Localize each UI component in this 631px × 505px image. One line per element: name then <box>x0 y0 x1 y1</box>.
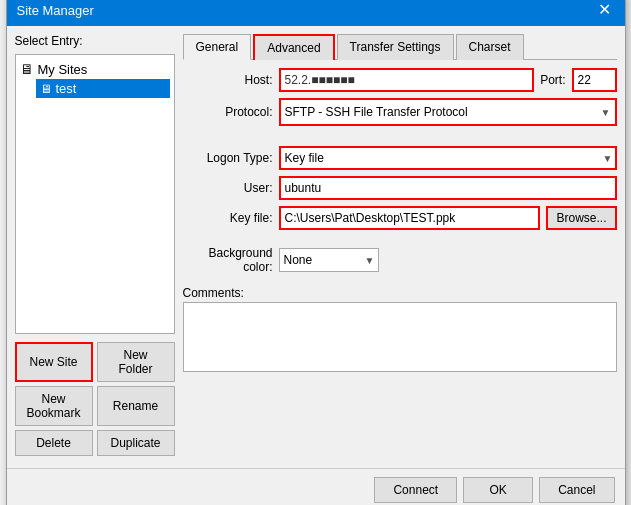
port-label: Port: <box>540 73 565 87</box>
host-row: Host: Port: <box>183 68 617 92</box>
protocol-select[interactable]: SFTP - SSH File Transfer Protocol <box>281 100 615 124</box>
key-file-label: Key file: <box>183 211 273 225</box>
new-folder-button[interactable]: New Folder <box>97 342 175 382</box>
bg-color-label: Background color: <box>183 246 273 274</box>
tab-charset[interactable]: Charset <box>456 34 524 60</box>
ok-button[interactable]: OK <box>463 477 533 503</box>
protocol-label: Protocol: <box>183 105 273 119</box>
duplicate-button[interactable]: Duplicate <box>97 430 175 456</box>
tree-child-label: test <box>56 81 77 96</box>
tree-child-item[interactable]: 🖥 test <box>36 79 170 98</box>
tab-advanced[interactable]: Advanced <box>253 34 334 60</box>
logon-type-select[interactable]: Key file <box>279 146 617 170</box>
comments-section: Comments: <box>183 280 617 375</box>
user-label: User: <box>183 181 273 195</box>
tree-root-item[interactable]: 🖥 My Sites <box>20 59 170 79</box>
spacer <box>183 132 617 140</box>
protocol-select-wrapper: SFTP - SSH File Transfer Protocol <box>279 98 617 126</box>
browse-button[interactable]: Browse... <box>546 206 616 230</box>
cancel-button[interactable]: Cancel <box>539 477 614 503</box>
tree-area: 🖥 My Sites 🖥 test <box>15 54 175 334</box>
user-input[interactable] <box>279 176 617 200</box>
logon-type-select-wrapper: Key file <box>279 146 617 170</box>
tab-transfer-settings[interactable]: Transfer Settings <box>337 34 454 60</box>
protocol-row: Protocol: SFTP - SSH File Transfer Proto… <box>183 98 617 126</box>
select-entry-label: Select Entry: <box>15 34 175 48</box>
form-area: Host: Port: Protocol: SFTP - SSH File Tr… <box>183 68 617 375</box>
site-manager-dialog: Site Manager ✕ Select Entry: 🖥 My Sites … <box>6 0 626 505</box>
tab-general[interactable]: General <box>183 34 252 60</box>
site-icon: 🖥 <box>40 82 52 96</box>
dialog-footer: Connect OK Cancel <box>7 468 625 505</box>
logon-type-row: Logon Type: Key file <box>183 146 617 170</box>
bottom-buttons: New Site New Folder New Bookmark Rename … <box>15 342 175 456</box>
rename-button[interactable]: Rename <box>97 386 175 426</box>
connect-button[interactable]: Connect <box>374 477 457 503</box>
bg-color-select-wrapper: None <box>279 248 379 272</box>
tree-root-label: My Sites <box>38 62 88 77</box>
title-bar: Site Manager ✕ <box>7 0 625 26</box>
comments-label: Comments: <box>183 286 617 300</box>
comments-textarea[interactable] <box>183 302 617 372</box>
left-panel: Select Entry: 🖥 My Sites 🖥 test New Site… <box>15 34 175 456</box>
dialog-title: Site Manager <box>17 3 94 18</box>
bg-color-row: Background color: None <box>183 246 617 274</box>
user-row: User: <box>183 176 617 200</box>
new-bookmark-button[interactable]: New Bookmark <box>15 386 93 426</box>
key-file-input[interactable] <box>279 206 541 230</box>
key-file-row: Key file: Browse... <box>183 206 617 230</box>
logon-type-label: Logon Type: <box>183 151 273 165</box>
dialog-body: Select Entry: 🖥 My Sites 🖥 test New Site… <box>7 26 625 464</box>
right-panel: General Advanced Transfer Settings Chars… <box>183 34 617 456</box>
host-input[interactable] <box>279 68 535 92</box>
bg-color-select[interactable]: None <box>279 248 379 272</box>
folder-icon: 🖥 <box>20 61 34 77</box>
delete-button[interactable]: Delete <box>15 430 93 456</box>
new-site-button[interactable]: New Site <box>15 342 93 382</box>
close-button[interactable]: ✕ <box>595 0 615 20</box>
host-label: Host: <box>183 73 273 87</box>
port-input[interactable] <box>572 68 617 92</box>
tabs: General Advanced Transfer Settings Chars… <box>183 34 617 60</box>
